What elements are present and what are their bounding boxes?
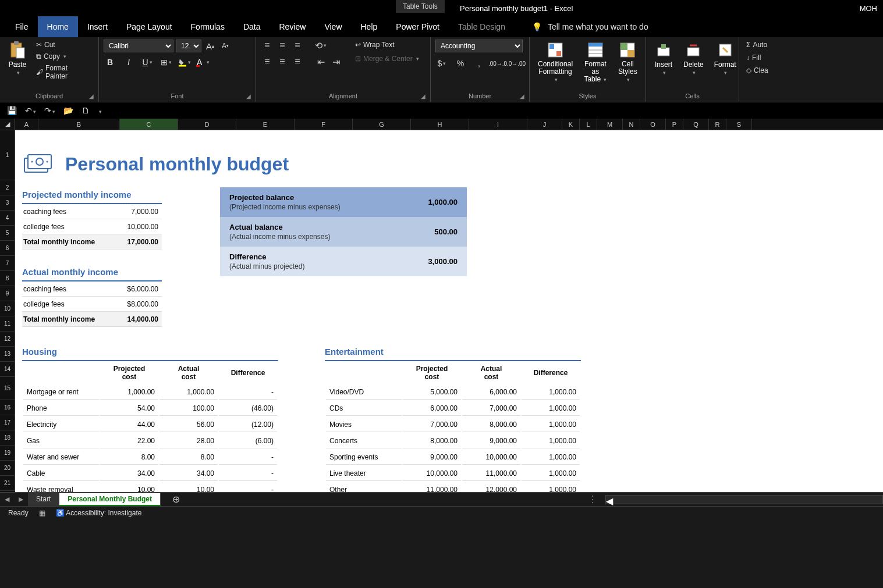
dialog-launcher-icon[interactable]: ◢: [421, 93, 425, 99]
sheet-nav-prev[interactable]: ◀: [0, 496, 14, 503]
column-header[interactable]: F: [295, 119, 353, 130]
insert-cells-button[interactable]: Insert▾: [651, 40, 676, 77]
row-header[interactable]: 4: [0, 211, 15, 226]
tab-home[interactable]: Home: [38, 16, 78, 37]
macro-record-icon[interactable]: ▦: [39, 509, 45, 517]
row-header[interactable]: 11: [0, 316, 15, 332]
tab-page-layout[interactable]: Page Layout: [117, 16, 182, 37]
row-header[interactable]: 9: [0, 286, 15, 301]
row-header[interactable]: 7: [0, 256, 15, 271]
align-left-button[interactable]: ≡: [261, 56, 274, 67]
delete-cells-button[interactable]: Delete▾: [680, 40, 707, 77]
worksheet[interactable]: Personal monthly budget Projected monthl…: [15, 130, 883, 492]
column-header[interactable]: J: [527, 119, 562, 130]
table-row[interactable]: Sporting events9,000.0010,000.001,000.00: [326, 450, 580, 465]
increase-font-button[interactable]: A▴: [204, 40, 217, 52]
sheet-tab[interactable]: Start: [28, 493, 59, 506]
horizontal-scrollbar[interactable]: ◀: [605, 495, 883, 504]
tab-view[interactable]: View: [315, 16, 351, 37]
table-row[interactable]: Gas22.0028.00(6.00): [23, 433, 277, 448]
underline-button[interactable]: U▾: [141, 56, 154, 69]
tab-power-pivot[interactable]: Power Pivot: [386, 16, 449, 37]
tab-file[interactable]: File: [6, 16, 38, 37]
column-header[interactable]: C: [120, 119, 178, 130]
fill-color-button[interactable]: ▾: [178, 56, 191, 69]
row-header[interactable]: 12: [0, 332, 15, 347]
row-header[interactable]: 20: [0, 461, 15, 476]
row-header[interactable]: 17: [0, 415, 15, 430]
table-row[interactable]: Phone54.00100.00(46.00): [23, 401, 277, 416]
column-header[interactable]: K: [562, 119, 580, 130]
format-painter-button[interactable]: 🖌Format Painter: [34, 63, 94, 81]
row-header[interactable]: 6: [0, 241, 15, 256]
decrease-decimal-button[interactable]: .0→.00: [510, 57, 523, 70]
format-cells-button[interactable]: Format▾: [711, 40, 740, 77]
autosum-button[interactable]: ΣAuto: [744, 40, 769, 50]
row-header[interactable]: 1: [0, 130, 15, 180]
column-header[interactable]: M: [597, 119, 623, 130]
row-header[interactable]: 21: [0, 476, 15, 491]
column-header[interactable]: A: [15, 119, 38, 130]
qat-customize-button[interactable]: ▾: [98, 106, 102, 115]
align-right-button[interactable]: ≡: [291, 56, 304, 67]
paste-button[interactable]: Paste ▾: [5, 40, 30, 77]
tab-data[interactable]: Data: [234, 16, 270, 37]
decrease-indent-button[interactable]: ⇤: [314, 56, 327, 67]
increase-decimal-button[interactable]: .00→.0: [491, 57, 504, 70]
merge-center-button[interactable]: ⊟Merge & Center▾: [353, 54, 421, 64]
table-row[interactable]: Mortgage or rent1,000.001,000.00-: [23, 384, 277, 400]
table-row[interactable]: Electricity44.0056.00(12.00): [23, 417, 277, 432]
new-button[interactable]: 🗋: [81, 106, 90, 115]
table-row[interactable]: Live theater10,000.0011,000.001,000.00: [326, 466, 580, 481]
align-top-button[interactable]: ≡: [261, 40, 274, 51]
clear-button[interactable]: ◇Clea: [744, 65, 771, 76]
row-header[interactable]: 18: [0, 430, 15, 446]
table-row[interactable]: Water and sewer8.008.00-: [23, 450, 277, 465]
table-row[interactable]: Cable34.0034.00-: [23, 466, 277, 481]
font-size-select[interactable]: 12: [176, 40, 201, 52]
table-row[interactable]: Other11,000.0012,000.001,000.00: [326, 482, 580, 492]
dialog-launcher-icon[interactable]: ◢: [246, 93, 251, 99]
table-row[interactable]: colledge fees$8,000.00: [22, 297, 162, 312]
tab-formulas[interactable]: Formulas: [182, 16, 234, 37]
table-row[interactable]: colledge fees10,000.00: [22, 219, 162, 234]
table-row[interactable]: Concerts8,000.009,000.001,000.00: [326, 433, 580, 448]
column-header[interactable]: R: [709, 119, 726, 130]
column-header[interactable]: B: [38, 119, 120, 130]
font-name-select[interactable]: Calibri: [104, 40, 173, 52]
copy-button[interactable]: ⧉Copy▾: [34, 51, 94, 62]
column-header[interactable]: G: [353, 119, 411, 130]
save-button[interactable]: 💾: [7, 106, 17, 115]
row-header[interactable]: 2: [0, 180, 15, 195]
align-bottom-button[interactable]: ≡: [291, 40, 304, 51]
row-header[interactable]: 16: [0, 400, 15, 415]
tab-review[interactable]: Review: [270, 16, 315, 37]
row-header[interactable]: 14: [0, 362, 15, 377]
column-header[interactable]: D: [178, 119, 236, 130]
column-header[interactable]: P: [666, 119, 683, 130]
column-header[interactable]: H: [411, 119, 469, 130]
increase-indent-button[interactable]: ⇥: [329, 56, 342, 67]
column-header[interactable]: L: [580, 119, 597, 130]
column-header[interactable]: O: [640, 119, 666, 130]
cut-button[interactable]: ✂Cut: [34, 40, 94, 50]
row-header[interactable]: 10: [0, 301, 15, 316]
table-row[interactable]: CDs6,000.007,000.001,000.00: [326, 401, 580, 416]
undo-button[interactable]: ↶▾: [25, 106, 36, 115]
format-as-table-button[interactable]: Format asTable ▾: [580, 40, 611, 85]
column-header[interactable]: Q: [683, 119, 709, 130]
cell-styles-button[interactable]: CellStyles ▾: [615, 40, 641, 85]
column-header[interactable]: S: [726, 119, 752, 130]
table-row[interactable]: coaching fees$6,000.00: [22, 281, 162, 297]
table-row[interactable]: Waste removal10.0010.00-: [23, 482, 277, 492]
column-header[interactable]: I: [469, 119, 527, 130]
table-row[interactable]: Video/DVD5,000.006,000.001,000.00: [326, 384, 580, 400]
sheet-nav-next[interactable]: ▶: [14, 496, 28, 503]
sheet-tab[interactable]: Personal Monthly Budget: [59, 493, 161, 506]
comma-button[interactable]: ,: [473, 57, 485, 70]
column-header[interactable]: N: [623, 119, 640, 130]
decrease-font-button[interactable]: A▾: [219, 40, 232, 52]
tab-table-design[interactable]: Table Design: [449, 16, 515, 37]
accessibility-status[interactable]: ♿ Accessibility: Investigate: [56, 509, 142, 517]
tell-me-search[interactable]: 💡Tell me what you want to do: [532, 16, 648, 37]
